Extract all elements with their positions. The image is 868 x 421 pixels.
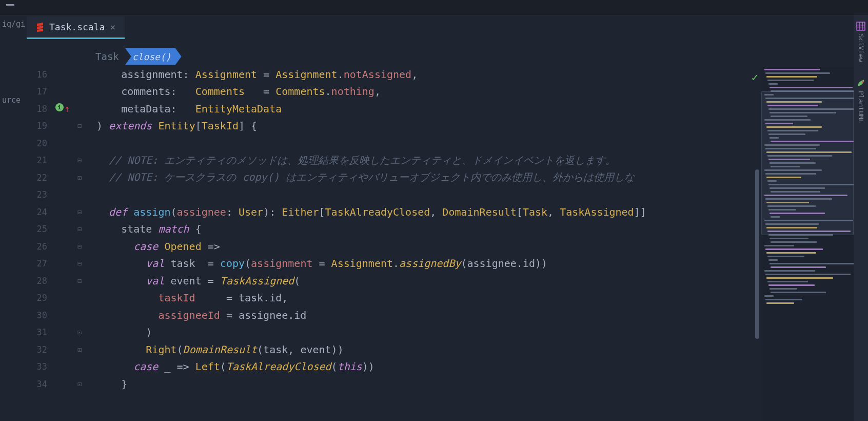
minimap-line bbox=[765, 274, 851, 275]
right-tool-strip: SciView PlantUML bbox=[854, 15, 868, 421]
fold-toggle-icon[interactable]: ⊟ bbox=[73, 277, 86, 285]
code-content[interactable]: case Opened => bbox=[86, 240, 220, 253]
grid-icon bbox=[856, 22, 865, 31]
fold-toggle-icon[interactable]: ⊟ bbox=[73, 122, 86, 130]
line-number: 19 bbox=[27, 121, 52, 131]
breadcrumb-item-active[interactable]: close() bbox=[125, 48, 182, 65]
inspection-ok-icon[interactable]: ✓ bbox=[752, 71, 758, 84]
svg-point-5 bbox=[862, 81, 863, 83]
line-number: 30 bbox=[27, 310, 52, 320]
minimap-line bbox=[768, 284, 815, 286]
line-number: 26 bbox=[27, 241, 52, 252]
fold-toggle-icon[interactable]: ⊟ bbox=[73, 225, 86, 233]
code-line[interactable]: 26⊟ case Opened => bbox=[27, 238, 760, 255]
code-content[interactable]: case _ => Left(TaskAlreadyClosed(this)) bbox=[86, 360, 374, 373]
minimap[interactable] bbox=[761, 67, 854, 421]
code-content[interactable]: assignment: Assignment = Assignment.notA… bbox=[86, 68, 418, 81]
fold-toggle-icon[interactable]: ⊡ bbox=[73, 346, 86, 354]
tab-filename: Task.scala bbox=[49, 22, 105, 32]
fold-toggle-icon[interactable]: ⊟ bbox=[73, 259, 86, 267]
minimap-line bbox=[767, 256, 804, 257]
code-content[interactable]: val event = TaskAssigned( bbox=[86, 275, 300, 287]
minimap-line bbox=[764, 245, 794, 246]
line-number: 22 bbox=[27, 173, 52, 183]
code-line[interactable]: 25⊟ state match { bbox=[27, 221, 760, 238]
project-sidebar[interactable]: iq/gi urce bbox=[0, 15, 27, 421]
code-content[interactable]: ) extends Entity[TaskId] { bbox=[86, 120, 257, 132]
code-editor[interactable]: 16 assignment: Assignment = Assignment.n… bbox=[27, 66, 760, 421]
code-content[interactable]: Right(DomainResult(task, event)) bbox=[86, 343, 344, 356]
fold-toggle-icon[interactable]: ⊟ bbox=[73, 156, 86, 164]
fold-toggle-icon[interactable]: ⊟ bbox=[73, 242, 86, 251]
fold-toggle-icon[interactable]: ⊟ bbox=[73, 208, 86, 216]
line-number: 27 bbox=[27, 258, 52, 269]
fold-toggle-icon[interactable]: ⊡ bbox=[73, 380, 86, 388]
close-tab-icon[interactable]: × bbox=[110, 22, 115, 32]
minimap-line bbox=[768, 83, 778, 85]
scala-file-icon bbox=[36, 23, 44, 32]
code-content[interactable]: assigneeId = assignee.id bbox=[86, 309, 306, 321]
minimap-line bbox=[764, 295, 774, 297]
file-tab-active[interactable]: Task.scala × bbox=[27, 16, 125, 39]
line-number: 16 bbox=[27, 69, 52, 80]
sidebar-item[interactable]: iq/gi bbox=[0, 15, 27, 33]
code-line[interactable]: 27⊟ val task = copy(assignment = Assignm… bbox=[27, 255, 760, 273]
code-content[interactable]: ) bbox=[86, 326, 152, 338]
minimap-viewport[interactable] bbox=[761, 91, 854, 235]
minimap-line bbox=[764, 270, 815, 272]
code-content[interactable]: comments: Comments = Comments.nothing, bbox=[86, 85, 381, 98]
line-number: 29 bbox=[27, 293, 52, 303]
minimap-line bbox=[771, 266, 826, 268]
code-line[interactable]: 20 bbox=[27, 135, 760, 152]
code-content[interactable]: state match { bbox=[86, 223, 202, 235]
window-control-icon[interactable] bbox=[6, 4, 14, 6]
line-number: 25 bbox=[27, 224, 52, 234]
code-line[interactable]: 30 assigneeId = assignee.id bbox=[27, 307, 760, 324]
code-content[interactable]: taskId = task.id, bbox=[86, 292, 288, 304]
code-content[interactable]: def assign(assignee: User): Either[TaskA… bbox=[86, 206, 646, 218]
code-line[interactable]: 21⊟ // NOTE: エンティティのメソッドは、処理結果を反映したエンティテ… bbox=[27, 152, 760, 169]
code-line[interactable]: 33 case _ => Left(TaskAlreadyClosed(this… bbox=[27, 358, 760, 376]
line-number: 18 bbox=[27, 104, 52, 114]
minimap-line bbox=[766, 302, 794, 304]
code-content[interactable]: metaData: EntityMetaData bbox=[86, 103, 282, 115]
minimap-line bbox=[766, 277, 833, 279]
line-number: 31 bbox=[27, 327, 52, 337]
code-line[interactable]: 34⊡ } bbox=[27, 375, 760, 393]
minimap-line bbox=[768, 259, 778, 261]
code-line[interactable]: 16 assignment: Assignment = Assignment.n… bbox=[27, 66, 760, 83]
code-line[interactable]: 17 comments: Comments = Comments.nothing… bbox=[27, 83, 760, 101]
leaf-icon bbox=[856, 79, 865, 88]
code-line[interactable]: 19⊟) extends Entity[TaskId] { bbox=[27, 118, 760, 135]
fold-toggle-icon[interactable]: ⊡ bbox=[73, 328, 86, 336]
code-content[interactable]: // NOTE: ケースクラスの copy() はエンティティやバリューオブジェ… bbox=[86, 170, 635, 184]
minimap-line bbox=[765, 72, 830, 74]
gutter-marker-slot: i↑ bbox=[52, 103, 73, 114]
code-content[interactable]: val task = copy(assignment = Assignment.… bbox=[86, 257, 547, 270]
line-number: 34 bbox=[27, 379, 52, 389]
minimap-line bbox=[770, 238, 808, 239]
scrollbar-thumb[interactable] bbox=[755, 169, 759, 339]
code-line[interactable]: 29 taskId = task.id, bbox=[27, 290, 760, 307]
code-line[interactable]: 18i↑ metaData: EntityMetaData bbox=[27, 100, 760, 118]
code-line[interactable]: 22⊡ // NOTE: ケースクラスの copy() はエンティティやバリュー… bbox=[27, 169, 760, 186]
code-content[interactable]: } bbox=[86, 378, 127, 390]
inspection-marker-icon[interactable]: i bbox=[55, 103, 64, 111]
code-line[interactable]: 28⊟ val event = TaskAssigned( bbox=[27, 272, 760, 290]
line-number: 21 bbox=[27, 155, 52, 165]
breadcrumb: Task close() bbox=[87, 47, 182, 66]
code-line[interactable]: 32⊡ Right(DomainResult(task, event)) bbox=[27, 341, 760, 358]
code-line[interactable]: 23 bbox=[27, 186, 760, 204]
svg-rect-0 bbox=[857, 22, 865, 30]
line-number: 23 bbox=[27, 189, 52, 200]
fold-toggle-icon[interactable]: ⊡ bbox=[73, 174, 86, 182]
tool-sciview[interactable]: SciView bbox=[855, 18, 866, 65]
minimap-line bbox=[770, 87, 853, 88]
code-line[interactable]: 24⊟ def assign(assignee: User): Either[T… bbox=[27, 203, 760, 221]
code-line[interactable]: 31⊡ ) bbox=[27, 324, 760, 341]
code-content[interactable]: // NOTE: エンティティのメソッドは、処理結果を反映したエンティティと、ド… bbox=[86, 154, 616, 167]
line-number: 24 bbox=[27, 207, 52, 217]
tool-plantuml[interactable]: PlantUML bbox=[855, 75, 866, 126]
breadcrumb-item[interactable]: Task bbox=[87, 48, 127, 65]
sidebar-item[interactable]: urce bbox=[0, 91, 27, 109]
